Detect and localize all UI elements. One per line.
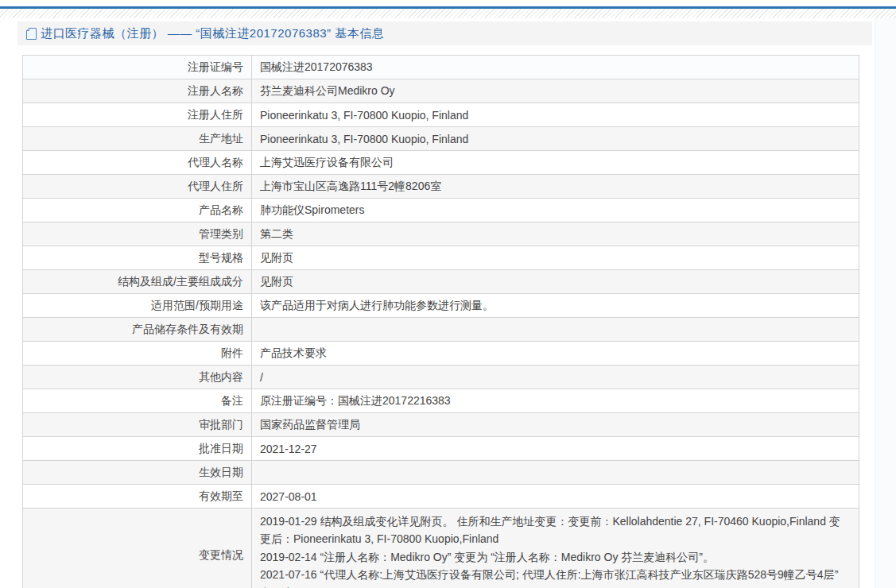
table-row-change-history: 变更情况 2019-01-29 结构及组成变化详见附页。 住所和生产地址变更：变… — [23, 509, 859, 588]
row-label: 注册证编号 — [23, 56, 252, 79]
page-right-margin — [875, 18, 896, 588]
row-value: Pioneerinkatu 3, FI-70800 Kuopio, Finlan… — [252, 103, 859, 127]
page-header: 进口医疗器械（注册） —— “国械注进20172076383” 基本信息 — [17, 21, 872, 45]
row-value: 见附页 — [252, 270, 859, 294]
row-value: 2027-08-01 — [252, 485, 859, 509]
table-row: 备注 原注册证编号：国械注进20172216383 — [23, 389, 859, 413]
row-label: 适用范围/预期用途 — [23, 294, 252, 318]
table-row: 审批部门 国家药品监督管理局 — [23, 413, 859, 437]
row-value: Pioneerinkatu 3, FI-70800 Kuopio, Finlan… — [252, 127, 859, 151]
row-label: 管理类别 — [23, 222, 252, 246]
row-value: 芬兰麦迪科公司Medikro Oy — [252, 79, 859, 103]
table-row: 生效日期 — [23, 461, 859, 485]
table-row: 产品储存条件及有效期 — [23, 318, 859, 342]
row-value: 肺功能仪Spirometers — [252, 199, 859, 222]
table-row: 生产地址 Pioneerinkatu 3, FI-70800 Kuopio, F… — [23, 127, 859, 151]
table-row: 附件 产品技术要求 — [23, 342, 859, 366]
table-row: 批准日期 2021-12-27 — [23, 437, 859, 461]
row-label: 其他内容 — [23, 366, 252, 389]
row-value: 2019-01-29 结构及组成变化详见附页。 住所和生产地址变更：变更前：Ke… — [252, 509, 859, 588]
table-row: 注册证编号 国械注进20172076383 — [23, 56, 859, 79]
table-row: 产品名称 肺功能仪Spirometers — [23, 199, 859, 222]
row-label: 生效日期 — [23, 461, 252, 485]
row-value: 上海艾迅医疗设备有限公司 — [252, 151, 859, 175]
row-value: 第二类 — [252, 222, 859, 246]
row-label: 注册人名称 — [23, 79, 252, 103]
table-row: 代理人住所 上海市宝山区高逸路111号2幢8206室 — [23, 175, 859, 199]
table-row: 注册人名称 芬兰麦迪科公司Medikro Oy — [23, 79, 859, 103]
row-value: 2021-12-27 — [252, 437, 859, 461]
row-value: / — [252, 366, 859, 389]
table-row: 适用范围/预期用途 该产品适用于对病人进行肺功能参数进行测量。 — [23, 294, 859, 318]
table-row: 代理人名称 上海艾迅医疗设备有限公司 — [23, 151, 859, 175]
table-row: 结构及组成/主要组成成分 见附页 — [23, 270, 859, 294]
page-title: 进口医疗器械（注册） —— “国械注进20172076383” 基本信息 — [41, 26, 384, 41]
table-row: 管理类别 第二类 — [23, 222, 859, 246]
row-label: 型号规格 — [23, 246, 252, 270]
row-label: 产品名称 — [23, 199, 252, 222]
row-value: 国家药品监督管理局 — [252, 413, 859, 437]
row-label: 备注 — [23, 389, 252, 413]
row-label: 批准日期 — [23, 437, 252, 461]
table-row: 有效期至 2027-08-01 — [23, 485, 859, 509]
registration-info-table: 注册证编号 国械注进20172076383 注册人名称 芬兰麦迪科公司Medik… — [22, 55, 859, 588]
row-value: 上海市宝山区高逸路111号2幢8206室 — [252, 175, 859, 199]
row-value: 原注册证编号：国械注进20172216383 — [252, 389, 859, 413]
row-value: 国械注进20172076383 — [252, 56, 859, 79]
row-label: 代理人名称 — [23, 151, 252, 175]
row-label: 生产地址 — [23, 127, 252, 151]
row-label: 审批部门 — [23, 413, 252, 437]
row-label: 结构及组成/主要组成成分 — [23, 270, 252, 294]
row-value: 见附页 — [252, 246, 859, 270]
row-label: 附件 — [23, 342, 252, 366]
row-label: 变更情况 — [23, 509, 252, 588]
table-row: 其他内容 / — [23, 366, 859, 389]
row-label: 有效期至 — [23, 485, 252, 509]
document-icon — [26, 28, 37, 40]
row-label: 产品储存条件及有效期 — [23, 318, 252, 342]
row-label: 代理人住所 — [23, 175, 252, 199]
row-value: 该产品适用于对病人进行肺功能参数进行测量。 — [252, 294, 859, 318]
row-value: 产品技术要求 — [252, 342, 859, 366]
table-row: 型号规格 见附页 — [23, 246, 859, 270]
row-label: 注册人住所 — [23, 103, 252, 127]
table-row: 注册人住所 Pioneerinkatu 3, FI-70800 Kuopio, … — [23, 103, 859, 127]
row-value — [252, 461, 859, 485]
row-value — [252, 318, 859, 342]
hatched-divider-strip — [0, 9, 896, 18]
